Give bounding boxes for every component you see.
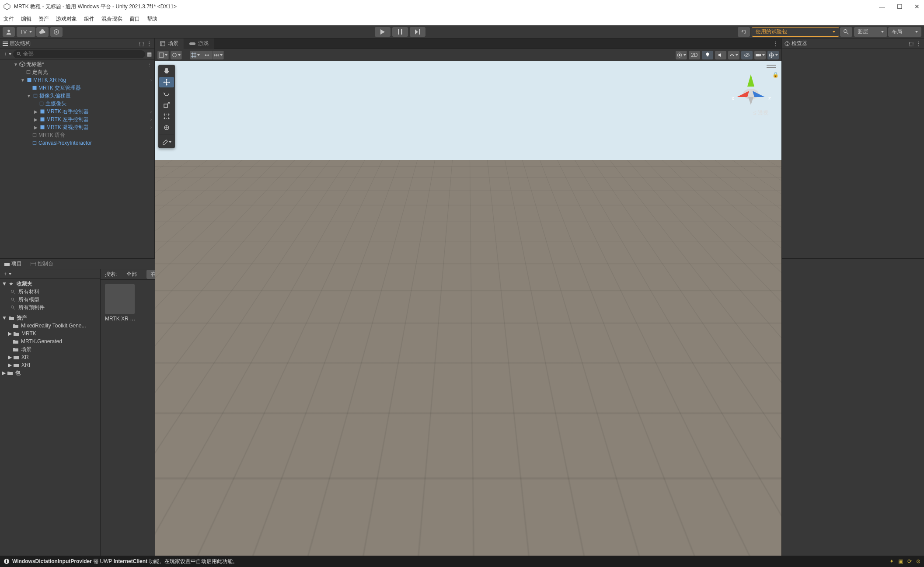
- layout-dropdown[interactable]: 布局: [888, 27, 921, 37]
- node-directional-light[interactable]: 定向光: [0, 68, 154, 76]
- cloud-button[interactable]: [36, 27, 49, 37]
- filter-by-label-icon[interactable]: [728, 261, 733, 267]
- play-button[interactable]: [375, 27, 391, 37]
- maximize-button[interactable]: ☐: [896, 3, 903, 10]
- folder-mrtk-generated[interactable]: MRTK.Generated: [0, 337, 100, 345]
- favorite-all-materials[interactable]: 所有材料: [0, 288, 100, 296]
- tv-dropdown[interactable]: TV: [17, 27, 35, 37]
- rotate-tool-button[interactable]: [159, 88, 174, 99]
- shading-mode-dropdown[interactable]: [171, 51, 182, 59]
- menu-component[interactable]: 组件: [84, 15, 94, 23]
- hierarchy-menu-icon[interactable]: ⋮: [146, 41, 152, 47]
- menu-mixedreality[interactable]: 混合现实: [101, 15, 122, 23]
- favorite-all-models[interactable]: 所有模型: [0, 296, 100, 303]
- node-main-camera[interactable]: 主摄像头: [0, 100, 154, 108]
- audio-toggle-button[interactable]: [715, 51, 726, 59]
- menu-file[interactable]: 文件: [3, 15, 14, 23]
- inspector-menu-icon[interactable]: ⋮: [916, 41, 921, 47]
- history-button[interactable]: [738, 27, 750, 37]
- tab-console[interactable]: 控制台: [26, 259, 58, 269]
- experimental-packages-dropdown[interactable]: 使用的试验包: [752, 27, 839, 37]
- folder-mrtk[interactable]: ▶MRTK: [0, 330, 100, 337]
- inspector-lock-icon[interactable]: ⬚: [909, 41, 914, 47]
- custom-tools-button[interactable]: [159, 137, 174, 147]
- favorite-all-prefabs[interactable]: 所有预制件: [0, 303, 100, 311]
- hand-tool-button[interactable]: [159, 66, 174, 76]
- overlay-menu-button[interactable]: [767, 65, 776, 69]
- folder-scenes[interactable]: 场景: [0, 345, 100, 353]
- perspective-label[interactable]: ≤ 透视: [753, 109, 768, 117]
- project-grid[interactable]: MRTK XR R...: [101, 280, 781, 556]
- lighting-toggle-button[interactable]: [702, 51, 713, 59]
- menu-edit[interactable]: 编辑: [21, 15, 31, 23]
- folder-mrtk-gen[interactable]: MixedReality Toolkit.Gene...: [0, 322, 100, 330]
- menu-window[interactable]: 窗口: [129, 15, 140, 23]
- project-add-button[interactable]: ＋: [3, 270, 11, 278]
- node-mrtk-gaze[interactable]: ▶ MRTK 凝视控制器 ›: [0, 123, 154, 131]
- fx-toggle-button[interactable]: [728, 51, 739, 59]
- tab-project[interactable]: 项目: [0, 259, 26, 269]
- orientation-gizmo[interactable]: x z: [729, 70, 773, 114]
- favorite-icon[interactable]: ★: [736, 261, 741, 267]
- project-search-input[interactable]: [575, 261, 697, 267]
- filter-in-assets[interactable]: 在资产中: [176, 270, 206, 279]
- account-button[interactable]: [3, 27, 15, 37]
- node-mrtk-speech[interactable]: MRTK 语音: [0, 131, 154, 139]
- scene-camera-button[interactable]: [676, 51, 687, 59]
- rect-tool-button[interactable]: [159, 111, 174, 122]
- visibility-toggle-button[interactable]: [741, 51, 753, 59]
- asset-item-mrtk-xr-rig[interactable]: MRTK XR R...: [105, 284, 136, 322]
- minimize-button[interactable]: —: [879, 3, 886, 10]
- lock-icon[interactable]: 🔒: [772, 72, 779, 78]
- snap-increment-button[interactable]: [201, 51, 213, 59]
- 2d-toggle-button[interactable]: 2D: [689, 51, 700, 59]
- scale-tool-button[interactable]: [159, 100, 174, 110]
- favorites-folder[interactable]: ▼★收藏夹: [0, 280, 100, 288]
- filter-in-packages[interactable]: 在包内: [146, 270, 171, 279]
- menu-help[interactable]: 帮助: [147, 15, 157, 23]
- tab-game[interactable]: 游戏: [184, 38, 214, 49]
- gizmos-toggle-button[interactable]: [767, 51, 779, 59]
- assets-folder[interactable]: ▼资产: [0, 314, 100, 322]
- snap-settings-button[interactable]: [213, 51, 224, 59]
- pause-button[interactable]: [392, 27, 408, 37]
- step-button[interactable]: [410, 27, 425, 37]
- draw-mode-dropdown[interactable]: [157, 51, 169, 59]
- project-popout-icon[interactable]: ⬚: [761, 261, 771, 267]
- packages-folder[interactable]: ▶包: [0, 369, 100, 377]
- global-search-button[interactable]: [840, 27, 852, 37]
- node-canvas-proxy-interactor[interactable]: CanvasProxyInteractor: [0, 139, 154, 147]
- hierarchy-add-button[interactable]: ＋: [3, 50, 11, 58]
- project-search[interactable]: ✕: [568, 260, 708, 268]
- menu-gameobject[interactable]: 游戏对象: [56, 15, 77, 23]
- filter-all[interactable]: 全部: [122, 270, 141, 279]
- search-clear-button[interactable]: ✕: [697, 261, 705, 267]
- project-menu-icon[interactable]: ⋮: [771, 261, 781, 267]
- hidden-count[interactable]: 26: [746, 261, 758, 267]
- hierarchy-popout-icon[interactable]: ⬚: [139, 41, 144, 47]
- close-button[interactable]: ✕: [914, 3, 921, 10]
- hierarchy-filter-icon[interactable]: ▦: [147, 51, 152, 57]
- search-save-icon[interactable]: ▣: [710, 261, 715, 267]
- node-camera-offset[interactable]: ▼ 摄像头偏移量: [0, 92, 154, 100]
- folder-xr[interactable]: ▶XR: [0, 353, 100, 361]
- undo-history-button[interactable]: [50, 27, 63, 37]
- node-mrtk-xr-rig[interactable]: ▼ MRTK XR Rig ›: [0, 76, 154, 84]
- node-mrtk-interaction-manager[interactable]: MRTK 交互管理器: [0, 84, 154, 92]
- tab-scene[interactable]: 场景: [155, 38, 184, 49]
- camera-settings-button[interactable]: [754, 51, 766, 59]
- transform-tool-button[interactable]: [159, 122, 174, 133]
- layers-dropdown[interactable]: 图层: [854, 27, 887, 37]
- filter-assets-quoted[interactable]: '资产': [211, 270, 233, 279]
- node-mrtk-left-hand[interactable]: ▶ MRTK 左手控制器 ›: [0, 115, 154, 123]
- snap-grid-button[interactable]: [190, 51, 201, 59]
- filter-by-type-icon[interactable]: [718, 261, 724, 267]
- hierarchy-search[interactable]: 全部: [13, 50, 145, 58]
- menu-assets[interactable]: 资产: [38, 15, 49, 23]
- scene-root[interactable]: ▼ 无标题* ⋮: [0, 60, 154, 68]
- scene-tab-menu-icon[interactable]: ⋮: [769, 41, 781, 47]
- folder-xri[interactable]: ▶XRI: [0, 361, 100, 369]
- move-tool-button[interactable]: [159, 77, 174, 87]
- thumbnail-size-slider[interactable]: [751, 551, 777, 553]
- node-mrtk-right-hand[interactable]: ▶ MRTK 右手控制器 ›: [0, 108, 154, 115]
